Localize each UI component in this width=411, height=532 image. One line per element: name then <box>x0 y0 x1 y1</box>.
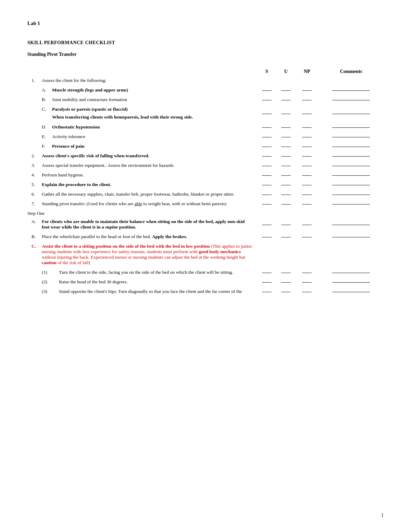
item-C2-text: Raise the head of the bed 30 degrees. <box>57 278 255 286</box>
item-4: 4. Perform hand hygiene. <box>27 170 384 180</box>
item-5: 5. Explain the procedure to the client. <box>27 180 384 189</box>
item-C1-number: (1) <box>40 269 57 276</box>
item-C-s <box>257 242 276 268</box>
item-1d: D. Orthostatic hypotension <box>27 122 384 132</box>
item-B: B. Place the wheelchair parallel to the … <box>27 232 384 242</box>
item-2: 2. Assess client's specific risk of fall… <box>27 151 384 161</box>
item-1c-np <box>296 104 319 122</box>
item-C1-u <box>276 268 296 277</box>
item-5-number: 5. <box>29 181 40 188</box>
col-header-text <box>27 67 257 76</box>
item-C-letter: C. <box>29 243 40 267</box>
step-one-label: Step One <box>27 209 384 217</box>
item-1e-s <box>257 132 276 141</box>
item-7-u <box>276 199 296 209</box>
item-5-u <box>276 180 296 189</box>
item-7-number: 7. <box>29 200 40 208</box>
item-1b-text: Joint mobility and contracture formation <box>50 96 255 103</box>
item-3-comments <box>319 161 384 170</box>
item-4-comments <box>319 170 384 180</box>
item-5-s <box>257 180 276 189</box>
item-1b-comments <box>319 95 384 104</box>
page-number: 1 <box>381 513 384 518</box>
item-7-s <box>257 199 276 209</box>
item-B-text: Place the wheelchair parallel to the hea… <box>40 233 255 240</box>
item-1-number: 1. <box>29 77 40 84</box>
item-6-np <box>296 189 319 199</box>
item-1f-u <box>276 141 296 151</box>
item-C-text: Assist the client to a sitting position … <box>40 243 255 267</box>
item-1a-letter: A. <box>40 86 50 94</box>
item-1-comments <box>319 76 384 85</box>
item-C1-np <box>296 268 319 277</box>
item-B-letter: B. <box>29 233 40 240</box>
item-7-text: Standing pivot transfer: (Used for clien… <box>40 200 255 208</box>
item-1f: F. Presence of pain <box>27 141 384 151</box>
item-C2-number: (2) <box>40 278 57 286</box>
item-A-s <box>257 217 276 232</box>
item-3-number: 3. <box>29 162 40 169</box>
item-1-u <box>276 76 296 85</box>
item-4-np <box>296 170 319 180</box>
item-C2-u <box>276 277 296 287</box>
item-1: 1. Assess the client for the following: <box>27 76 384 85</box>
lab-title: Lab 1 <box>27 21 384 26</box>
item-1f-comments <box>319 141 384 151</box>
item-1d-u <box>276 122 296 132</box>
item-1d-np <box>296 122 319 132</box>
item-3-s <box>257 161 276 170</box>
item-1b-letter: B. <box>40 96 50 103</box>
item-1c-comments <box>319 104 384 122</box>
item-1-text: Assess the client for the following: <box>40 77 255 84</box>
item-6-u <box>276 189 296 199</box>
item-C2-comments <box>319 277 384 287</box>
item-2-text: Assess client's specific risk of falling… <box>40 152 255 160</box>
item-1-s <box>257 76 276 85</box>
item-3: 3. Assess special transfer equipment.. A… <box>27 161 384 170</box>
item-C3: (3) Stand opposite the client's hips. Tu… <box>27 287 384 296</box>
item-6: 6. Gather all the necessary supplies, ch… <box>27 189 384 199</box>
item-4-s <box>257 170 276 180</box>
item-1a-np <box>296 85 319 95</box>
item-1a: A. Muscle strength (legs and upper arms) <box>27 85 384 95</box>
item-1f-np <box>296 141 319 151</box>
item-1b-np <box>296 95 319 104</box>
item-C1-text: Turn the client to the side, facing you … <box>57 269 255 276</box>
item-7-np <box>296 199 319 209</box>
item-1c-u <box>276 104 296 122</box>
item-B-np <box>296 232 319 242</box>
item-1c-letter: C. <box>40 106 50 113</box>
item-1e: E. Activity tolerance <box>27 132 384 141</box>
item-1f-s <box>257 141 276 151</box>
item-5-text: Explain the procedure to the client. <box>40 181 255 188</box>
col-header-np: NP <box>296 67 319 76</box>
item-C2-s <box>257 277 276 287</box>
item-1d-letter: D. <box>40 123 50 131</box>
item-1a-comments <box>319 85 384 95</box>
item-6-comments <box>319 189 384 199</box>
item-3-text: Assess special transfer equipment.. Asse… <box>40 162 255 169</box>
item-2-s <box>257 151 276 161</box>
item-1b-u <box>276 95 296 104</box>
item-C1: (1) Turn the client to the side, facing … <box>27 268 384 277</box>
item-A-u <box>276 217 296 232</box>
item-C2-np <box>296 277 319 287</box>
col-header-u: U <box>276 67 296 76</box>
item-B-s <box>257 232 276 242</box>
item-1d-comments <box>319 122 384 132</box>
item-1f-letter: F. <box>40 143 50 150</box>
item-6-text: Gather all the necessary supplies, chair… <box>40 190 255 198</box>
item-7-comments <box>319 199 384 209</box>
item-1c-s <box>257 104 276 122</box>
item-C3-text: Stand opposite the client's hips. Turn d… <box>57 288 255 295</box>
item-1a-text: Muscle strength (legs and upper arms) <box>50 86 255 94</box>
item-A: A. For clients who are unable to maintai… <box>27 217 384 232</box>
item-A-comments <box>319 217 384 232</box>
item-1c-note: When transferring clients with hemepares… <box>50 113 255 121</box>
item-3-u <box>276 161 296 170</box>
item-C3-comments <box>319 287 384 296</box>
item-1a-s <box>257 85 276 95</box>
item-B-u <box>276 232 296 242</box>
item-B-comments <box>319 232 384 242</box>
item-1c: C. Paralysis or paresis (spastic or flac… <box>27 104 384 122</box>
